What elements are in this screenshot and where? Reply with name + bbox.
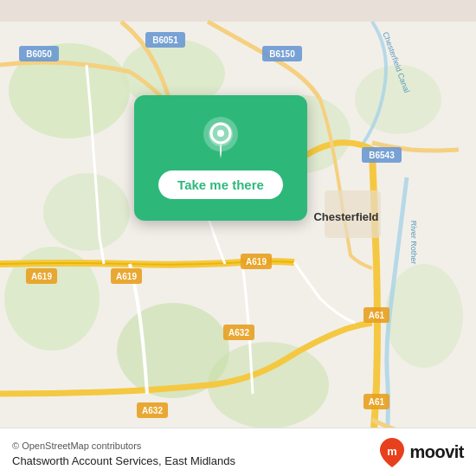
svg-text:m: m: [388, 445, 398, 458]
svg-text:A632: A632: [228, 328, 249, 338]
svg-text:B6543: B6543: [369, 151, 395, 160]
svg-text:Chesterfield: Chesterfield: [313, 210, 378, 223]
svg-text:A61: A61: [369, 397, 385, 407]
moovit-brand-text: moovit: [409, 442, 464, 462]
svg-text:A619: A619: [31, 272, 52, 281]
svg-text:B6051: B6051: [152, 35, 178, 45]
attribution-text: © OpenStreetMap contributors: [12, 441, 141, 451]
svg-point-9: [385, 264, 463, 368]
svg-point-45: [217, 130, 224, 137]
svg-text:A619: A619: [246, 257, 267, 267]
moovit-pin-icon: m: [380, 438, 404, 467]
location-pin-icon: [202, 117, 240, 162]
svg-point-3: [43, 173, 130, 251]
map-background: B6050 B6051 B6150 B6160 A651 B6543 A619 …: [0, 0, 476, 476]
action-card: Take me there: [134, 95, 307, 221]
bottom-bar: © OpenStreetMap contributors Chatsworth …: [0, 428, 476, 476]
take-me-there-button[interactable]: Take me there: [158, 170, 283, 199]
svg-text:A619: A619: [116, 272, 137, 281]
location-info: © OpenStreetMap contributors Chatsworth …: [12, 437, 235, 468]
moovit-logo: m moovit: [380, 438, 464, 467]
svg-text:A632: A632: [142, 406, 163, 415]
location-name: Chatsworth Account Services, East Midlan…: [12, 454, 235, 467]
svg-text:B6050: B6050: [26, 49, 52, 59]
map-container: B6050 B6051 B6150 B6160 A651 B6543 A619 …: [0, 0, 476, 476]
svg-text:A61: A61: [369, 311, 385, 320]
svg-text:B6150: B6150: [269, 49, 295, 59]
svg-text:River Rother: River Rother: [409, 221, 418, 265]
